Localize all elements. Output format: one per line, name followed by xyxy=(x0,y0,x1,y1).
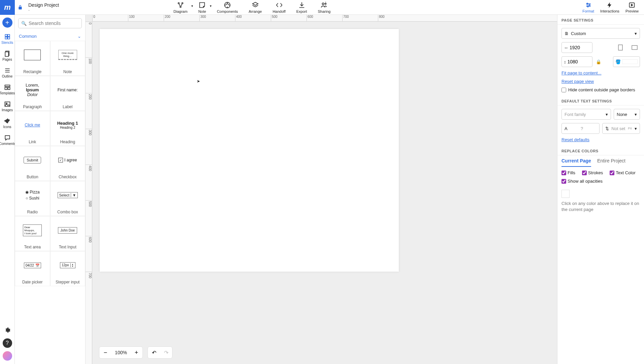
diagram-button[interactable]: Diagram ▾ xyxy=(173,1,188,13)
search-icon: 🔍 xyxy=(21,21,27,26)
sharing-button[interactable]: Sharing xyxy=(318,1,331,13)
font-family-select[interactable]: Font family▾ xyxy=(561,109,611,120)
stencil-datepicker[interactable]: 04/22📅Date picker xyxy=(15,251,50,286)
interactions-tab[interactable]: Interactions xyxy=(600,2,619,13)
stencil-heading[interactable]: Heading 1Heading 2Heading xyxy=(50,111,86,146)
line-height-icon: ⇅ xyxy=(605,126,609,131)
rail-templates[interactable]: Templates xyxy=(0,81,15,98)
chk-strokes[interactable]: Strokes xyxy=(582,170,603,175)
search-input[interactable] xyxy=(29,21,79,26)
redo-button[interactable]: ↷ xyxy=(160,346,172,359)
svg-rect-19 xyxy=(5,102,10,106)
export-button[interactable]: Export xyxy=(296,1,307,13)
lock-icon[interactable] xyxy=(15,5,26,10)
right-panel: PAGE SETTINGS 🗎Custom ▾ ↔ ↕ 🔒 🪣 Fit page… xyxy=(557,15,644,364)
svg-point-8 xyxy=(587,6,588,7)
undo-button[interactable]: ↶ xyxy=(148,346,160,359)
note-label: Note xyxy=(198,9,206,13)
width-icon: ↔ xyxy=(564,45,568,50)
font-size-input[interactable]: A? xyxy=(561,123,600,134)
portrait-button[interactable] xyxy=(615,42,626,53)
chevron-down-icon: ⌄ xyxy=(77,34,81,39)
svg-rect-12 xyxy=(5,37,7,39)
reset-defaults-link[interactable]: Reset defaults xyxy=(561,137,640,142)
height-icon: ↕ xyxy=(564,59,566,64)
add-button[interactable]: + xyxy=(2,18,12,28)
zoom-out-button[interactable]: − xyxy=(99,346,111,359)
rail-stencils[interactable]: Stencils xyxy=(0,30,15,47)
export-icon xyxy=(298,1,305,9)
tab-entire-project[interactable]: Entire Project xyxy=(597,155,625,167)
rail-icons[interactable]: Icons xyxy=(0,115,15,131)
rail-pages-label: Pages xyxy=(2,58,12,61)
project-title[interactable]: Design Project xyxy=(28,2,59,8)
stencil-label[interactable]: First name:Label xyxy=(50,76,86,111)
components-button[interactable]: Components xyxy=(217,1,238,13)
format-tab-label: Format xyxy=(582,9,594,13)
hide-content-checkbox[interactable]: Hide content outside page borders xyxy=(561,87,640,92)
right-mode-tabs: Format Interactions Preview xyxy=(582,2,644,13)
rail-stencils-label: Stencils xyxy=(1,41,13,44)
stencil-checkbox[interactable]: ✓I agreeCheckbox xyxy=(50,146,86,181)
user-avatar[interactable] xyxy=(3,351,12,361)
preview-tab[interactable]: Preview xyxy=(625,2,639,13)
stencil-rectangle[interactable]: Rectangle xyxy=(15,41,50,76)
format-tab[interactable]: Format xyxy=(582,2,594,13)
templates-icon xyxy=(4,84,11,91)
font-weight-select[interactable]: None▾ xyxy=(614,109,640,120)
rail-icons-label: Icons xyxy=(3,125,11,129)
format-icon xyxy=(585,2,592,8)
canvas-page[interactable] xyxy=(100,29,399,272)
page-height-input[interactable]: ↕ xyxy=(561,56,592,67)
reset-view-link[interactable]: Reset page view xyxy=(561,79,640,84)
color-swatch[interactable] xyxy=(561,190,570,198)
settings-button[interactable] xyxy=(3,326,12,335)
left-rail: + Stencils Pages Outline Templates Image… xyxy=(0,15,15,364)
rail-pages[interactable]: Pages xyxy=(0,47,15,64)
line-height-select[interactable]: ⇅Not setPX▾ xyxy=(602,123,640,134)
stencil-button[interactable]: SubmitButton xyxy=(15,146,50,181)
page-color-button[interactable]: 🪣 xyxy=(613,56,640,67)
link-dimensions-icon[interactable]: 🔒 xyxy=(596,59,601,64)
rail-images[interactable]: Images xyxy=(0,98,15,115)
handoff-button[interactable]: Handoff xyxy=(272,1,285,13)
stencil-link[interactable]: Click meLink xyxy=(15,111,50,146)
stencil-textinput[interactable]: John DoeText Input xyxy=(50,216,86,251)
stencil-paragraph[interactable]: Lorem,IpsumDolorParagraph xyxy=(15,76,50,111)
chk-text-color[interactable]: Text Color xyxy=(610,170,636,175)
fit-page-link[interactable]: Fit page to content... xyxy=(561,70,640,75)
interactions-tab-label: Interactions xyxy=(600,9,619,13)
canvas-area[interactable]: 0100200300400500600700800 01002003004005… xyxy=(86,15,557,364)
rail-outline[interactable]: Outline xyxy=(0,64,15,81)
zoom-bar: − 100% + ↶ ↷ xyxy=(99,346,172,359)
chk-opacities[interactable]: Show all opacities xyxy=(561,179,603,184)
search-box[interactable]: 🔍 xyxy=(18,18,82,28)
note-button[interactable]: Note ▾ xyxy=(198,1,206,13)
rail-outline-label: Outline xyxy=(2,74,13,78)
svg-rect-16 xyxy=(5,85,10,86)
chk-fills[interactable]: Fills xyxy=(561,170,575,175)
zoom-in-button[interactable]: + xyxy=(130,346,142,359)
app-logo[interactable]: m xyxy=(0,0,15,15)
stencil-combobox[interactable]: Select▼Combo box xyxy=(50,181,86,216)
svg-point-7 xyxy=(589,4,590,5)
stencil-panel: 🔍 Common ⌄ Rectangle One more thing…Note… xyxy=(15,15,86,364)
help-button[interactable]: ? xyxy=(3,338,12,348)
stencil-stepper[interactable]: 12px▲▼Stepper input xyxy=(50,251,86,286)
note-caret-icon[interactable]: ▾ xyxy=(210,4,212,8)
landscape-button[interactable] xyxy=(629,42,640,53)
svg-rect-10 xyxy=(5,34,7,36)
arrange-button[interactable]: Arrange xyxy=(249,1,262,13)
diagram-caret-icon[interactable]: ▾ xyxy=(191,4,193,8)
stencil-radio[interactable]: ◉ Pizza○ SushiRadio xyxy=(15,181,50,216)
rail-comments[interactable]: Comments xyxy=(0,131,15,148)
page-preset-select[interactable]: 🗎Custom ▾ xyxy=(561,28,640,39)
stencil-category[interactable]: Common ⌄ xyxy=(15,32,85,41)
zoom-value[interactable]: 100% xyxy=(111,350,130,355)
page-width-input[interactable]: ↔ xyxy=(561,42,592,53)
diagram-icon xyxy=(177,1,184,9)
stencil-note[interactable]: One more thing…Note xyxy=(50,41,86,76)
stencil-textarea[interactable]: Dear Moqups,I love you!Text area xyxy=(15,216,50,251)
handoff-label: Handoff xyxy=(272,9,285,13)
tab-current-page[interactable]: Current Page xyxy=(561,155,591,167)
